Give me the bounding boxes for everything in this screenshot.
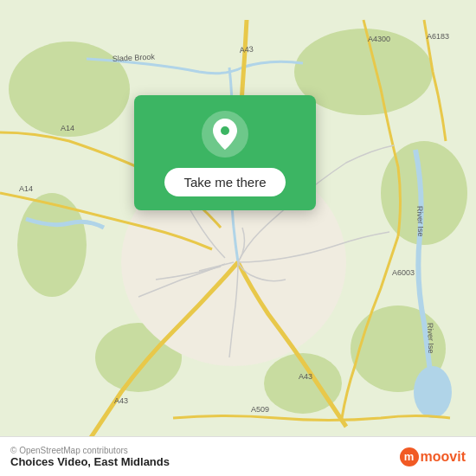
moovit-text: moovit bbox=[421, 449, 466, 465]
take-me-there-button[interactable]: Take me there bbox=[164, 168, 285, 196]
svg-text:A43: A43 bbox=[299, 372, 312, 381]
overlay-card: Take me there bbox=[134, 95, 316, 210]
svg-text:A43: A43 bbox=[239, 45, 254, 55]
svg-text:A14: A14 bbox=[61, 124, 74, 132]
moovit-logo: m moovit bbox=[400, 447, 466, 466]
svg-point-23 bbox=[221, 126, 229, 135]
moovit-m-icon: m bbox=[400, 447, 419, 466]
svg-text:River Ise: River Ise bbox=[415, 206, 425, 237]
bottom-left: © OpenStreetMap contributors Choices Vid… bbox=[10, 445, 170, 468]
map-container: A43 A14 A14 A4300 A6183 A6003 A509 A43 A… bbox=[0, 0, 476, 476]
location-name: Choices Video, East Midlands bbox=[10, 455, 170, 468]
bottom-bar: © OpenStreetMap contributors Choices Vid… bbox=[0, 436, 476, 476]
svg-text:A6003: A6003 bbox=[392, 268, 415, 277]
osm-credit: © OpenStreetMap contributors bbox=[10, 446, 170, 455]
location-pin-icon bbox=[202, 111, 248, 158]
svg-text:A6183: A6183 bbox=[427, 32, 449, 41]
svg-text:A509: A509 bbox=[251, 405, 269, 414]
svg-text:A43: A43 bbox=[114, 396, 128, 405]
svg-text:A4300: A4300 bbox=[368, 35, 390, 43]
svg-text:A14: A14 bbox=[19, 184, 33, 193]
svg-text:River Ise: River Ise bbox=[426, 323, 435, 354]
svg-point-9 bbox=[414, 366, 452, 418]
